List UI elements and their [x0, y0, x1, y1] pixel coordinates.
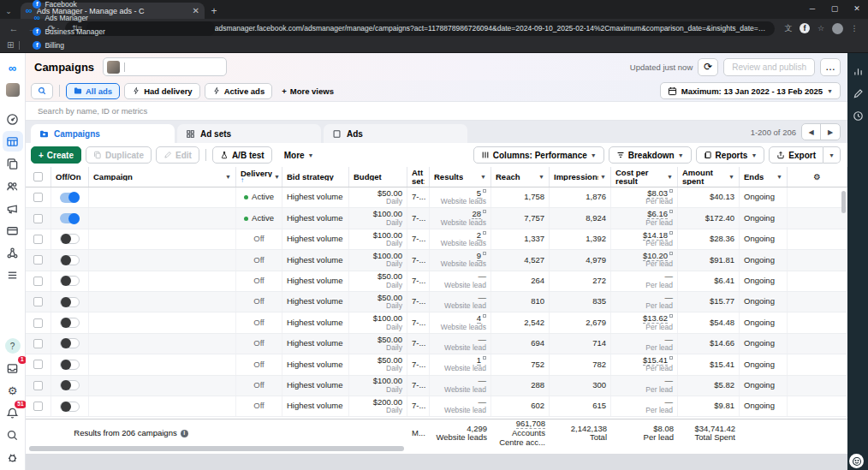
row-checkbox[interactable] [26, 334, 51, 354]
row-checkbox[interactable] [26, 271, 51, 291]
cost-per-result[interactable]: —Per lead [611, 271, 678, 291]
col-delivery[interactable]: Delivery↑▼ [236, 167, 282, 187]
cost-per-result[interactable]: —Per lead [611, 376, 678, 396]
vertical-scrollbar[interactable] [841, 191, 846, 213]
bookmark-facebook[interactable]: fFacebook [27, 0, 110, 11]
sidebar-item-campaigns[interactable] [3, 131, 23, 152]
table-row[interactable]: OffHighest volume$100.00Daily7-...—Websi… [26, 376, 847, 396]
col-reach[interactable]: Reach▼ [491, 167, 550, 187]
cost-per-result[interactable]: $15.41Per lead [611, 354, 678, 374]
filter-search-button[interactable] [31, 83, 53, 99]
filter-chip-all-ads[interactable]: All ads [66, 83, 120, 99]
col-attribution[interactable]: Att set: [407, 167, 430, 187]
cost-per-result[interactable]: $6.16Per lead [611, 208, 678, 228]
tab-ads[interactable]: Ads [324, 124, 467, 143]
table-search-bar[interactable]: Search by name, ID or metrics [26, 101, 847, 121]
row-checkbox[interactable] [26, 292, 51, 312]
results[interactable]: —Website lead [430, 271, 491, 291]
campaign-name[interactable] [89, 208, 236, 228]
filter-chip-active-ads[interactable]: Active ads [205, 83, 273, 99]
row-checkbox[interactable] [26, 354, 51, 374]
cost-per-result[interactable]: —Per lead [611, 334, 678, 354]
new-tab-button[interactable]: + [205, 3, 223, 19]
export-button[interactable]: Export [769, 146, 823, 164]
apps-grid-icon[interactable]: ⊞ [7, 40, 14, 50]
cost-per-result[interactable]: $8.03Per lead [611, 187, 678, 207]
results[interactable]: —Website lead [430, 396, 491, 416]
cost-per-result[interactable]: $10.20Per lead [611, 250, 678, 270]
account-avatar[interactable] [3, 80, 23, 100]
column-settings-gear-icon[interactable]: ⚙ [788, 167, 847, 187]
browser-menu-icon[interactable]: ⋮ [846, 21, 863, 36]
tab-campaigns[interactable]: Campaigns [31, 124, 175, 143]
row-checkbox[interactable] [26, 376, 51, 396]
edit-button[interactable]: Edit [156, 146, 199, 164]
sidebar-item-all-tools[interactable] [3, 265, 23, 285]
results[interactable]: 2Website leads [430, 229, 491, 249]
col-amount-spent[interactable]: Amount spent▼ [678, 167, 740, 187]
results[interactable]: —Website lead [430, 292, 491, 312]
table-row[interactable]: OffHighest volume$100.00Daily7-...9Websi… [26, 250, 847, 271]
row-toggle[interactable] [51, 292, 89, 312]
sidebar-item-ads-reporting[interactable] [3, 153, 23, 174]
sidebar-item-settings[interactable]: ⚙ [3, 380, 23, 401]
row-toggle[interactable] [51, 250, 89, 270]
ab-test-button[interactable]: A/B test [212, 146, 272, 164]
tab-search-icon[interactable]: ⌄ [0, 3, 17, 19]
more-views-button[interactable]: + More views [276, 86, 339, 96]
table-row[interactable]: ActiveHighest volume$100.00Daily7-...28W… [26, 208, 847, 229]
next-page-button[interactable]: ▶ [821, 124, 840, 140]
table-row[interactable]: OffHighest volume$200.00Daily7-...—Websi… [26, 396, 847, 417]
sidebar-item-report-bug[interactable] [3, 447, 23, 467]
header-more-button[interactable]: … [820, 58, 841, 76]
sidebar-item-account-overview[interactable] [3, 109, 23, 129]
cost-per-result[interactable]: $13.62Per lead [611, 312, 678, 332]
campaign-name[interactable] [89, 271, 236, 291]
row-checkbox[interactable] [26, 312, 51, 332]
bookmark-billing[interactable]: fBilling [27, 39, 110, 52]
reports-button[interactable]: Reports▼ [696, 146, 765, 164]
date-range-picker[interactable]: Maximum: 13 Jan 2022 - 13 Feb 2025 ▼ [660, 82, 841, 99]
row-toggle[interactable] [51, 229, 89, 249]
results[interactable]: 1Website lead [430, 354, 491, 374]
bookmark-star-icon[interactable]: ☆ [812, 21, 829, 36]
cost-per-result[interactable]: —Per lead [611, 292, 678, 312]
browser-profile-avatar[interactable] [832, 23, 843, 34]
bookmark-business-manager[interactable]: fBusiness Manager [27, 25, 110, 39]
results[interactable]: —Website lead [430, 376, 491, 396]
refresh-button[interactable]: ⟳ [698, 58, 718, 76]
row-toggle[interactable] [51, 396, 89, 416]
col-results[interactable]: Results▼ [430, 167, 491, 187]
panel-item-history[interactable] [849, 107, 866, 124]
table-row[interactable]: OffHighest volume$50.00Daily7-...—Websit… [26, 292, 847, 312]
cost-per-result[interactable]: $14.18Per lead [611, 229, 678, 249]
filter-chip-had-delivery[interactable]: Had delivery [124, 83, 200, 99]
table-row[interactable]: OffHighest volume$100.00Daily7-...4Websi… [26, 312, 847, 333]
campaign-name[interactable] [89, 312, 236, 332]
sidebar-item-notifications[interactable]: 51 [3, 402, 23, 423]
row-toggle[interactable] [51, 208, 89, 228]
tab-ad-sets[interactable]: Ad sets [177, 124, 321, 143]
campaign-name[interactable] [89, 292, 236, 312]
cost-per-result[interactable]: —Per lead [611, 396, 678, 416]
bookmark-ads-manager[interactable]: ∞Ads Manager [27, 11, 110, 25]
back-icon[interactable]: ← [5, 21, 22, 36]
feedback-smiley-icon[interactable] [849, 454, 864, 468]
sidebar-item-ad-center[interactable] [3, 198, 23, 218]
table-row[interactable]: OffHighest volume$100.00Daily7-...2Websi… [26, 229, 847, 250]
col-bid-strategy[interactable]: Bid strategy [282, 167, 349, 187]
row-toggle[interactable] [51, 312, 89, 332]
col-ends[interactable]: Ends▼ [740, 167, 788, 187]
breakdown-button[interactable]: Breakdown▼ [609, 146, 692, 164]
table-row[interactable]: OffHighest volume$50.00Daily7-...—Websit… [26, 334, 847, 354]
translate-icon[interactable]: 文 [780, 21, 797, 36]
col-budget[interactable]: Budget [349, 167, 407, 187]
campaign-name[interactable] [89, 396, 236, 416]
campaign-name[interactable] [89, 187, 236, 207]
results[interactable]: 5Website leads [430, 187, 491, 207]
campaign-name[interactable] [89, 354, 236, 374]
row-toggle[interactable] [51, 376, 89, 396]
facebook-extension-icon[interactable]: f [800, 23, 810, 33]
row-checkbox[interactable] [26, 396, 51, 416]
col-cost-per-result[interactable]: Cost per result▼ [611, 167, 678, 187]
